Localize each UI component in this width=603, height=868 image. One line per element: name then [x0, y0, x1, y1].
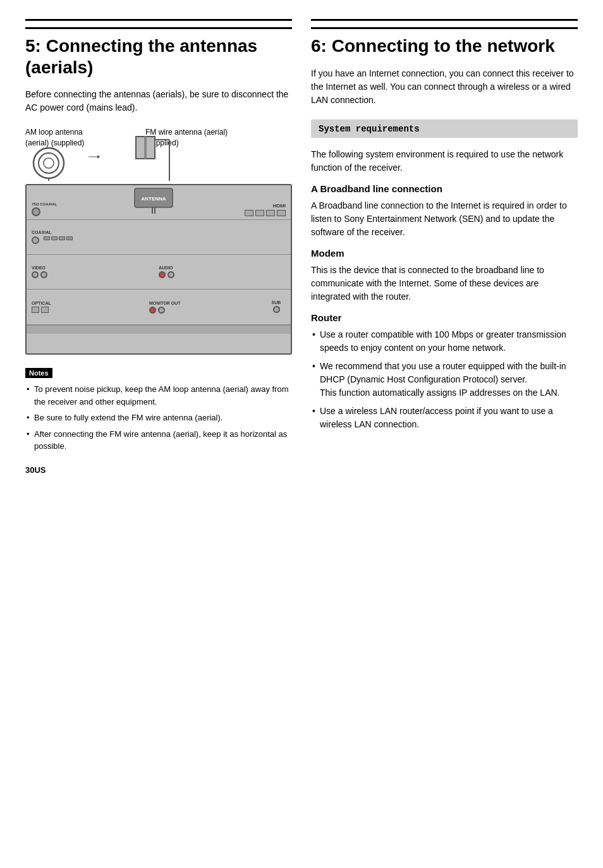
svg-text:ANTENNA: ANTENNA — [141, 196, 166, 202]
system-requirements-title: System requirements — [319, 124, 420, 134]
svg-marker-6 — [97, 155, 100, 159]
modem-body: This is the device that is connected to … — [311, 264, 578, 303]
left-divider — [25, 19, 292, 21]
router-bullet-2: We recommend that you use a router equip… — [311, 360, 578, 400]
device-panel: 75Ω COAXIAL ANTENNA — [25, 184, 292, 355]
fm-coaxial-label: 75Ω COAXIAL — [32, 202, 57, 206]
svg-point-2 — [44, 158, 54, 168]
right-divider — [311, 19, 578, 21]
note-item-3: After connecting the FM wire antenna (ae… — [25, 428, 292, 453]
left-section-intro: Before connecting the antennas (aerials)… — [25, 88, 292, 114]
monitor-out-label: MONITOR OUT — [149, 301, 267, 305]
broadband-body: A Broadband line connection to the Inter… — [311, 199, 578, 239]
optical-label: OPTICAL — [32, 301, 149, 305]
coaxial-label: COAXIAL — [32, 230, 73, 235]
router-bullet-1: Use a router compatible with 100 Mbps or… — [311, 328, 578, 355]
am-arrow — [88, 152, 101, 162]
note-item-1: To prevent noise pickup, keep the AM loo… — [25, 383, 292, 408]
audio-label: AUDIO — [159, 266, 286, 270]
broadband-title: A Broadband line connection — [311, 183, 578, 194]
modem-title: Modem — [311, 248, 578, 259]
antenna-connector-svg: ANTENNA — [128, 185, 179, 214]
left-column: 5: Connecting the antennas (aerials) Bef… — [25, 19, 292, 475]
router-bullet-3: Use a wireless LAN router/access point i… — [311, 405, 578, 431]
page-container: 5: Connecting the antennas (aerials) Bef… — [25, 19, 578, 475]
router-title: Router — [311, 312, 578, 323]
am-antenna-icon — [32, 146, 66, 181]
video-label: VIDEO — [32, 266, 159, 270]
left-section-title: 5: Connecting the antennas (aerials) — [25, 27, 292, 78]
antenna-diagram: AM loop antenna (aerial) (supplied) FM w… — [25, 127, 292, 355]
right-section-title: 6: Connecting to the network — [311, 27, 578, 57]
notes-header: Notes — [25, 368, 52, 378]
fm-antenna-icon — [133, 130, 171, 181]
page-number: 30US — [25, 465, 292, 475]
hdmi-section-label: HDMI — [273, 203, 286, 209]
right-column: 6: Connecting to the network If you have… — [311, 19, 578, 475]
sub-label: SUB — [267, 300, 286, 305]
right-section-intro: If you have an Internet connection, you … — [311, 67, 578, 107]
notes-list: To prevent noise pickup, keep the AM loo… — [25, 383, 292, 453]
router-bullets: Use a router compatible with 100 Mbps or… — [311, 328, 578, 431]
system-requirements-box: System requirements — [311, 119, 578, 138]
am-antenna-label: AM loop antenna (aerial) (supplied) — [25, 127, 101, 149]
note-item-2: Be sure to fully extend the FM wire ante… — [25, 412, 292, 424]
system-req-body: The following system environment is requ… — [311, 148, 578, 174]
svg-rect-8 — [144, 137, 147, 159]
svg-point-1 — [39, 153, 59, 173]
notes-section: Notes To prevent noise pickup, keep the … — [25, 367, 292, 453]
